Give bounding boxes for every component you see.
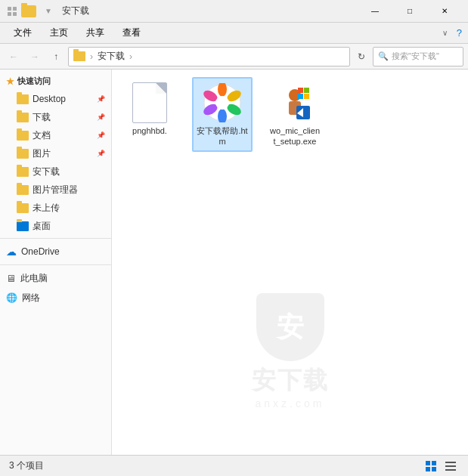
file-item-exe[interactable]: wo_mic_client_setup.exe	[265, 77, 325, 152]
titlebar-icons: ▼	[6, 5, 56, 17]
svg-point-11	[215, 96, 229, 110]
address-chevron2: ›	[129, 51, 132, 62]
search-box[interactable]: 🔍 搜索"安下载"	[373, 47, 463, 66]
folder-icon-unuploaded	[17, 203, 29, 213]
menu-home[interactable]: 主页	[42, 25, 76, 41]
watermark-shield-char: 安	[277, 309, 304, 346]
forward-button[interactable]: →	[26, 48, 44, 66]
sidebar-label-unuploaded: 未上传	[33, 202, 60, 215]
sidebar: ★ 快速访问 Desktop 📌 下载 📌 文档 📌 图片 📌 安下载	[0, 70, 112, 455]
sidebar-label-onedrive: OneDrive	[21, 246, 60, 257]
sidebar-item-downloads[interactable]: 下载 📌	[0, 108, 111, 126]
large-icons-svg	[425, 460, 437, 472]
file-label-pnghhbd: pnghhbd.	[132, 125, 167, 136]
help-button[interactable]: ?	[457, 27, 462, 39]
svg-rect-25	[445, 465, 456, 467]
quick-access-label: 快速访问	[17, 76, 51, 87]
sidebar-item-desktop2[interactable]: 桌面	[0, 217, 111, 235]
sidebar-label-pictures: 图片	[33, 147, 51, 160]
folder-icon-desktop2	[17, 221, 29, 231]
folder-icon-documents	[17, 131, 29, 141]
titlebar: ▼ 安下载 — □ ✕	[0, 0, 468, 23]
sidebar-item-unuploaded[interactable]: 未上传	[0, 199, 111, 217]
svg-rect-16	[298, 88, 303, 93]
menu-file[interactable]: 文件	[6, 25, 39, 41]
file-item-pnghhbd[interactable]: pnghhbd.	[119, 77, 180, 152]
sidebar-item-documents[interactable]: 文档 📌	[0, 126, 111, 144]
up-button[interactable]: ↑	[47, 48, 65, 66]
sidebar-label-desktop: Desktop	[33, 94, 66, 104]
sidebar-divider-1	[0, 238, 111, 239]
computer-icon: 🖥	[6, 273, 16, 284]
file-label-exe: wo_mic_client_setup.exe	[269, 125, 321, 147]
address-box[interactable]: › 安下载 ›	[68, 47, 350, 66]
svg-rect-0	[8, 7, 11, 11]
file-icon-pnghhbd	[129, 82, 171, 124]
sidebar-item-pictures[interactable]: 图片 📌	[0, 144, 111, 162]
pin-icon-desktop: 📌	[97, 95, 105, 103]
files-grid: pnghhbd.	[119, 77, 460, 152]
sidebar-label-desktop2: 桌面	[33, 220, 51, 233]
svg-rect-22	[426, 467, 430, 471]
photos-svg-icon	[203, 83, 242, 122]
sidebar-item-computer[interactable]: 🖥 此电脑	[0, 268, 111, 288]
statusbar-right	[423, 458, 459, 474]
folder-icon-picmanager	[17, 185, 29, 195]
search-icon: 🔍	[378, 51, 389, 61]
watermark-shield: 安	[256, 293, 324, 361]
sidebar-label-picmanager: 图片管理器	[33, 184, 78, 196]
svg-rect-3	[13, 12, 17, 16]
network-icon: 🌐	[6, 292, 17, 303]
minimize-button[interactable]: —	[358, 0, 392, 23]
statusbar: 3 个项目	[0, 455, 468, 476]
sidebar-item-anxiazai[interactable]: 安下载	[0, 162, 111, 181]
folder-icon-desktop	[17, 94, 29, 104]
sidebar-quick-access-header[interactable]: ★ 快速访问	[0, 73, 111, 90]
watermark-sub: anxz.com	[256, 397, 325, 410]
pin-icon-documents: 📌	[97, 131, 105, 139]
doc-icon	[132, 82, 167, 123]
onedrive-icon: ☁	[6, 246, 17, 258]
menu-chevron[interactable]: ∨	[442, 29, 451, 37]
search-placeholder: 搜索"安下载"	[392, 51, 439, 62]
sidebar-item-onedrive[interactable]: ☁ OneDrive	[0, 242, 111, 261]
svg-rect-26	[445, 469, 456, 471]
menu-view[interactable]: 查看	[115, 25, 148, 41]
address-chevron: ›	[90, 51, 93, 62]
view-large-icons-button[interactable]	[423, 458, 439, 474]
sidebar-label-network: 网络	[22, 292, 40, 304]
breadcrumb: 安下载	[98, 50, 125, 63]
svg-rect-2	[8, 12, 11, 16]
back-button[interactable]: ←	[5, 48, 23, 66]
sidebar-label-computer: 此电脑	[20, 272, 48, 285]
svg-rect-23	[432, 467, 436, 471]
folder-icon-downloads	[17, 113, 29, 122]
refresh-button[interactable]: ↻	[353, 48, 370, 65]
close-button[interactable]: ✕	[427, 0, 462, 23]
star-icon: ★	[6, 76, 14, 87]
folder-icon-anxiazai	[17, 167, 29, 177]
sidebar-item-desktop[interactable]: Desktop 📌	[0, 90, 111, 108]
titlebar-title: 安下载	[62, 5, 89, 17]
maximize-button[interactable]: □	[392, 0, 427, 23]
menu-share[interactable]: 共享	[79, 25, 112, 41]
svg-rect-21	[432, 461, 436, 465]
status-count: 3 个项目	[9, 459, 44, 472]
file-item-htm[interactable]: 安下载帮助.htm	[192, 77, 253, 152]
folder-icon	[21, 5, 36, 17]
menubar: 文件 主页 共享 查看 ∨ ?	[0, 23, 468, 44]
address-folder-icon	[73, 51, 85, 61]
window-controls: — □ ✕	[358, 0, 462, 23]
folder-icon-pictures	[17, 149, 29, 159]
details-svg	[445, 460, 457, 472]
file-label-htm: 安下载帮助.htm	[197, 125, 248, 147]
pin-icon-downloads: 📌	[97, 113, 105, 121]
svg-rect-19	[304, 94, 309, 99]
svg-rect-20	[426, 461, 430, 465]
view-details-button[interactable]	[442, 458, 459, 474]
sidebar-item-picmanager[interactable]: 图片管理器	[0, 181, 111, 199]
sidebar-divider-2	[0, 264, 111, 265]
pin-icon-pictures: 📌	[97, 150, 105, 157]
quick-access-icon: ▼	[42, 5, 54, 17]
sidebar-item-network[interactable]: 🌐 网络	[0, 288, 111, 308]
